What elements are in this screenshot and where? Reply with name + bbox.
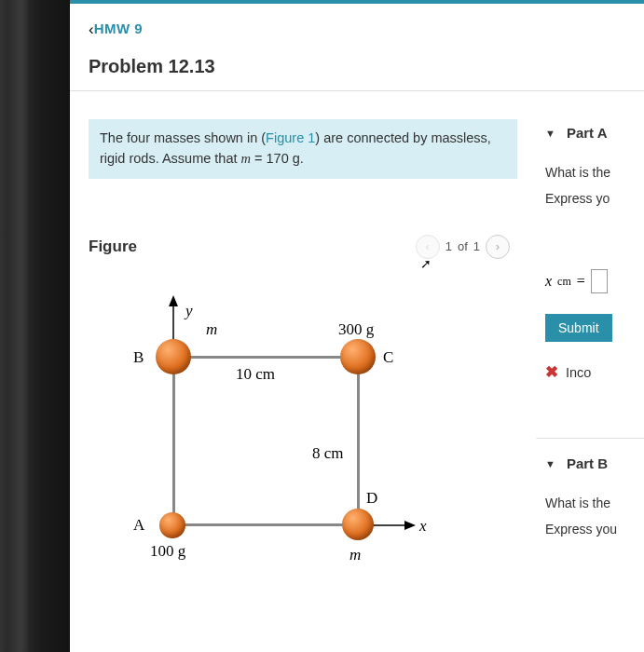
mass-B xyxy=(156,339,191,374)
answer-var: x xyxy=(545,273,552,290)
label-A: A xyxy=(133,516,144,535)
equals-sign: = xyxy=(577,273,585,290)
chevron-down-icon: ▼ xyxy=(545,458,555,469)
cursor-icon: ➚ xyxy=(420,256,432,271)
label-C: C xyxy=(383,348,393,367)
x-axis-label: x xyxy=(419,517,427,536)
figure-heading: Figure xyxy=(89,238,137,256)
figure-link[interactable]: Figure 1 xyxy=(266,130,315,145)
problem-text-pre: The four masses shown in ( xyxy=(100,130,266,145)
figure-diagram: y m 300 g B C 10 cm 8 cm D A x 100 g m xyxy=(135,300,461,589)
part-divider xyxy=(536,438,644,439)
answer-var-sub: cm xyxy=(557,275,571,289)
feedback-row: ✖ Inco xyxy=(545,362,644,382)
pager-of: of xyxy=(458,239,468,253)
problem-variable-m: m xyxy=(241,151,251,166)
part-b-header[interactable]: ▼ Part B xyxy=(545,455,644,471)
background-desktop-edge xyxy=(0,0,70,652)
problem-statement: The four masses shown in (Figure 1) are … xyxy=(89,119,517,179)
width-label: 10 cm xyxy=(236,365,275,384)
mass-A xyxy=(159,512,185,538)
page-title: Problem 12.13 xyxy=(70,45,644,90)
incorrect-icon: ✖ xyxy=(545,362,558,382)
mass-m-bottom-label: m xyxy=(349,546,361,564)
breadcrumb[interactable]: ‹HMW 9 xyxy=(70,4,644,45)
label-D: D xyxy=(366,489,377,508)
mass-m-top-label: m xyxy=(206,320,217,339)
pager-next-button[interactable]: › xyxy=(486,235,510,259)
chevron-down-icon: ▼ xyxy=(545,128,555,139)
feedback-text: Inco xyxy=(566,365,591,380)
pager-current: 1 xyxy=(445,239,452,253)
part-a-label: Part A xyxy=(567,125,608,141)
mass-C xyxy=(340,339,376,374)
pager-total: 1 xyxy=(473,239,480,253)
part-a-question: What is the xyxy=(545,165,644,180)
page-content: ‹HMW 9 Problem 12.13 The four masses sho… xyxy=(70,0,644,652)
problem-text-post2: = 170 g. xyxy=(251,151,304,166)
submit-button[interactable]: Submit xyxy=(545,314,612,342)
mass-C-value: 300 g xyxy=(338,320,374,339)
svg-marker-1 xyxy=(169,295,178,306)
part-b-instruction: Express you xyxy=(545,522,644,537)
breadcrumb-label: HMW 9 xyxy=(94,20,144,36)
mass-A-value: 100 g xyxy=(150,542,185,561)
mass-D xyxy=(342,509,374,540)
answer-input[interactable] xyxy=(591,269,608,293)
height-label: 8 cm xyxy=(312,444,344,463)
svg-marker-3 xyxy=(404,521,416,530)
part-b-question: What is the xyxy=(545,496,644,510)
answer-input-row: xcm = xyxy=(545,269,644,293)
part-a-header[interactable]: ▼ Part A xyxy=(545,125,644,141)
part-b-label: Part B xyxy=(567,455,608,471)
label-B: B xyxy=(133,348,144,367)
y-axis-label: y xyxy=(185,302,193,320)
part-a-instruction: Express yo xyxy=(545,191,644,206)
